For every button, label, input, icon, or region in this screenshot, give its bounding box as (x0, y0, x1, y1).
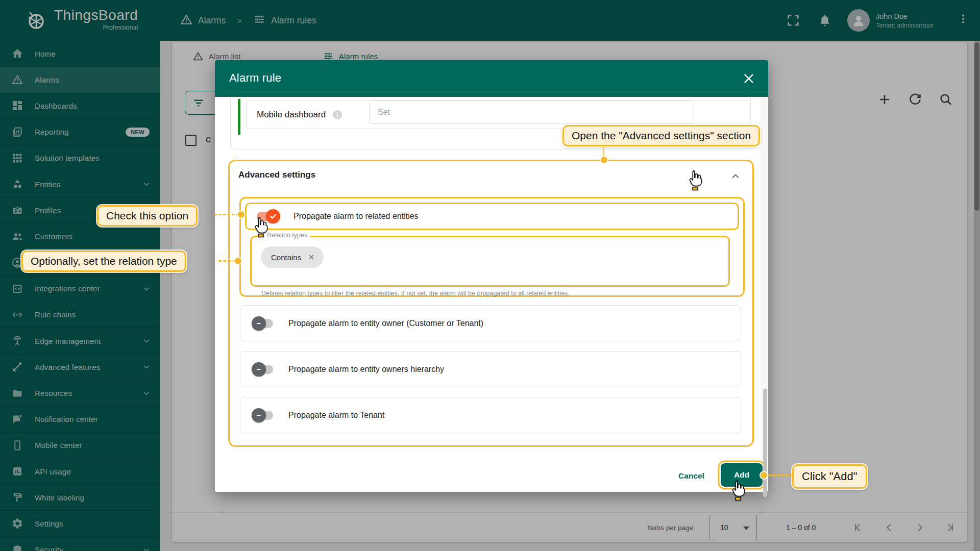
annotation-dot (238, 211, 244, 218)
toggle-row-propagate-alarm-to-tenant: Propagate alarm to Tenant (240, 397, 741, 433)
toggle-row-propagate-alarm-to-entity-owners-hierarchy: Propagate alarm to entity owners hierarc… (240, 351, 741, 387)
toggle-row-label: Propagate alarm to entity owner (Custome… (288, 319, 483, 328)
relation-type-chip[interactable]: Contains (261, 246, 324, 268)
toggle-row-propagate-alarm-to-entity-owner-customer-or-tenant: Propagate alarm to entity owner (Custome… (240, 305, 741, 341)
annotation-open-advanced: Open the "Advanced settings" section (562, 125, 760, 146)
toggle-row-label: Propagate alarm to entity owners hierarc… (288, 365, 444, 374)
advanced-settings-title: Advanced settings (238, 170, 315, 180)
chevron-up-icon[interactable] (729, 170, 742, 183)
annotation-click-add: Click "Add" (792, 464, 867, 489)
relation-types-helper: Defines relation types to filter the rel… (261, 290, 751, 297)
thingsboard-app: ThingsBoard Professional Alarms > Alarm … (0, 0, 980, 551)
toggle-off[interactable] (252, 362, 276, 377)
dialog-scrollbar[interactable] (762, 98, 768, 460)
toggle-off[interactable] (252, 408, 276, 423)
annotation-dot (235, 258, 241, 264)
dialog-title: Alarm rule (229, 71, 281, 85)
toggle-off[interactable] (252, 316, 276, 331)
cancel-button[interactable]: Cancel (678, 471, 704, 481)
annotation-dot (601, 157, 607, 163)
hand-cursor (730, 480, 746, 501)
chip-remove-icon[interactable] (307, 253, 315, 261)
annotation-connector (603, 147, 604, 157)
mobile-dashboard-label: Mobile dashboard (257, 110, 326, 120)
dialog-scrollbar-thumb[interactable] (763, 389, 767, 497)
propagate-related-row: Propagate alarm to related entities (245, 203, 739, 230)
section-accent-bar (238, 99, 240, 135)
hand-cursor (687, 169, 703, 191)
mobile-dashboard-field[interactable]: Set (369, 101, 694, 124)
close-icon[interactable] (742, 71, 756, 86)
annotation-set-relation: Optionally, set the relation type (21, 251, 186, 272)
toggle-row-label: Propagate alarm to Tenant (288, 411, 384, 420)
info-icon[interactable] (333, 110, 342, 119)
annotation-dot (761, 472, 767, 479)
hand-cursor (253, 216, 269, 238)
dialog-header: Alarm rule (215, 60, 768, 97)
mobile-dashboard-placeholder: Set (378, 108, 390, 117)
annotation-connector (768, 474, 792, 476)
annotation-connector (214, 214, 239, 215)
relation-types-label: Relation types (264, 232, 310, 239)
annotation-check-option: Check this option (97, 205, 198, 227)
relation-types-field[interactable]: Contains (250, 236, 730, 287)
annotation-connector (218, 260, 236, 262)
